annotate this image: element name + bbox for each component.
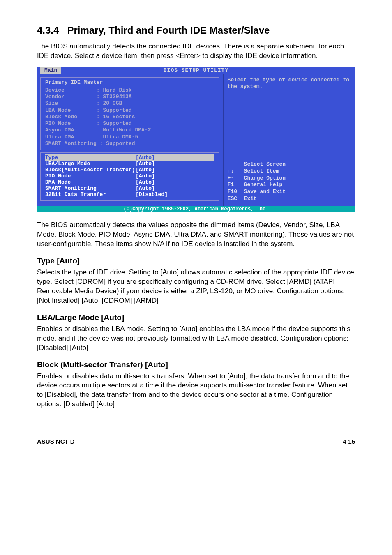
bios-option-label: 32Bit Data Transfer [45,191,136,198]
bios-key-row: ESCExit [228,196,351,203]
bios-key-desc: Exit [244,196,257,203]
bios-option-value: [Auto] [136,185,177,191]
page-footer: ASUS NCT-D 4-15 [37,438,355,445]
bios-key-row: F1General Help [228,182,351,189]
bios-option-row[interactable]: LBA/Large Mode[Auto] [45,161,214,167]
bios-option-row[interactable]: DMA Mode[Auto] [45,179,214,185]
bios-option-value: [Disabled] [136,191,177,198]
bios-key-desc: Save and Exit [244,189,286,196]
bios-option-label: Block(Multi-sector Transfer) [45,167,136,173]
bios-option-value: [Auto] [136,173,177,179]
bios-option-label: LBA/Large Mode [45,161,136,167]
bios-option-value: [Auto] [136,179,177,185]
bios-key-desc: Change Option [244,175,286,182]
bios-option-row[interactable]: Type[Auto] [45,154,214,161]
bios-copyright: (C)Copyright 1985-2002, American Megatre… [37,206,355,212]
bios-info-list: Device : Hard Disk Vendor : ST320413A Si… [45,87,214,147]
bios-option-value: [Auto] [136,167,177,173]
lba-body: Enables or disables the LBA mode. Settin… [37,325,355,353]
bios-info-panel: Primary IDE Master Device : Hard Disk Ve… [40,77,219,150]
type-body: Selects the type of IDE drive. Setting t… [37,268,355,306]
bios-title: BIOS SETUP UTILITY [164,67,228,74]
type-heading: Type [Auto] [37,256,355,265]
bios-key-row: F10Save and Exit [228,189,351,196]
bios-option-label: DMA Mode [45,179,136,185]
bios-key-row: ←Select Screen [228,161,351,168]
bios-key-row: ↑↓Select Item [228,168,351,175]
bios-option-value: [Auto] [136,154,177,161]
bios-key: F1 [228,182,244,189]
bios-key: ESC [228,196,244,203]
bios-key-desc: Select Screen [244,161,286,168]
bios-screenshot: Main BIOS SETUP UTILITY Primary IDE Mast… [37,67,355,212]
bios-panel-title: Primary IDE Master [45,79,214,85]
bios-key-row: +-Change Option [228,175,351,182]
bios-key: F10 [228,189,244,196]
bios-key: ↑↓ [228,168,244,175]
bios-option-label: SMART Monitoring [45,185,136,191]
footer-left: ASUS NCT-D [37,438,75,445]
footer-right: 4-15 [343,438,355,445]
bios-key-desc: Select Item [244,168,279,175]
lba-heading: LBA/Large Mode [Auto] [37,313,355,322]
bios-option-value: [Auto] [136,161,177,167]
bios-tab-main[interactable]: Main [40,67,61,74]
bios-option-row[interactable]: SMART Monitoring[Auto] [45,185,214,191]
bios-key: +- [228,175,244,182]
bios-options-panel: Type[Auto]LBA/Large Mode[Auto]Block(Mult… [40,152,219,201]
bios-left-pane: Primary IDE Master Device : Hard Disk Ve… [37,74,223,206]
bios-key-desc: General Help [244,182,283,189]
bios-body: Primary IDE Master Device : Hard Disk Ve… [37,74,355,206]
bios-key: ← [228,161,244,168]
bios-help-text: Select the type of device connected to t… [228,77,351,90]
bios-option-row[interactable]: PIO Mode[Auto] [45,173,214,179]
block-heading: Block (Multi-sector Transfer) [Auto] [37,360,355,369]
bios-right-pane: Select the type of device connected to t… [223,74,355,206]
bios-option-row[interactable]: 32Bit Data Transfer[Disabled] [45,191,214,198]
section-number: 4.3.4 [37,25,59,36]
bios-option-label: PIO Mode [45,173,136,179]
intro-paragraph: The BIOS automatically detects the conne… [37,42,355,61]
after-bios-paragraph: The BIOS automatically detects the value… [37,221,355,249]
section-heading: 4.3.4 Primary, Third and Fourth IDE Mast… [37,25,355,36]
bios-option-row[interactable]: Block(Multi-sector Transfer)[Auto] [45,167,214,173]
bios-header: Main BIOS SETUP UTILITY [37,67,355,74]
bios-key-legend: ←Select Screen↑↓Select Item+-Change Opti… [228,161,351,203]
block-body: Enables or disables data multi-sectors t… [37,372,355,410]
bios-option-label: Type [45,154,136,161]
section-title: Primary, Third and Fourth IDE Master/Sla… [67,25,270,36]
